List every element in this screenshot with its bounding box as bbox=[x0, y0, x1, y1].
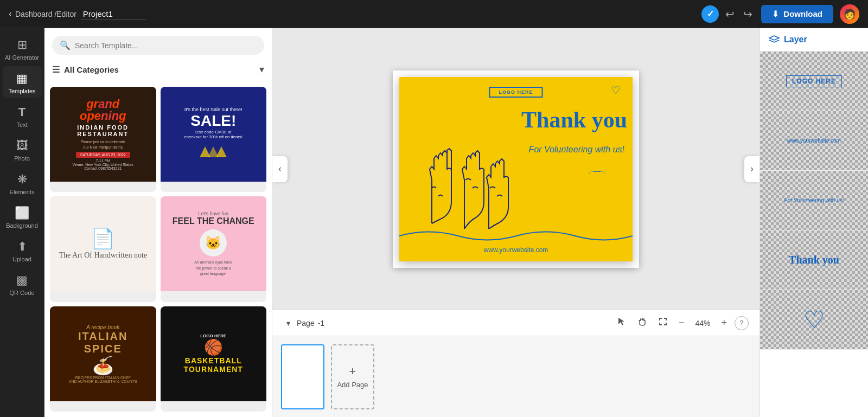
handwritten-title: The Art Of Handwritten note bbox=[59, 250, 147, 261]
grand-opening-time: 7-11 PM bbox=[96, 159, 110, 163]
feel-body: An animal's eyes havethe power to speak … bbox=[190, 260, 237, 277]
search-input-wrap: 🔍 bbox=[52, 36, 264, 55]
page-thumbnails: + Add Page bbox=[272, 336, 760, 417]
template-sale[interactable]: It's the best Sale out there! SALE! Use … bbox=[161, 87, 267, 192]
layer-icon bbox=[769, 35, 780, 44]
sidebar-item-background[interactable]: ⬜ Background bbox=[3, 201, 42, 232]
sidebar-item-templates[interactable]: ▦ Templates bbox=[3, 66, 42, 98]
pan-tool-button[interactable] bbox=[634, 313, 650, 332]
grand-opening-address: Venue: New York City, United States bbox=[72, 163, 133, 166]
design-hands-illustration bbox=[410, 126, 519, 234]
feel-title: FEEL THE CHANGE bbox=[173, 216, 254, 226]
design-heart-icon: ♡ bbox=[611, 84, 621, 97]
project-name-input[interactable] bbox=[81, 8, 146, 20]
template-handwritten[interactable]: 📄 The Art Of Handwritten note bbox=[50, 196, 156, 301]
feel-lets: Let's have fun bbox=[198, 211, 228, 216]
layer-panel: Layer LOGO HERE www.yourwebsite.com For … bbox=[760, 28, 868, 417]
collapse-right-button[interactable]: › bbox=[744, 156, 760, 182]
layer-thankyou-text: Thank you bbox=[789, 254, 839, 266]
sidebar-item-elements[interactable]: ❋ Elements bbox=[3, 167, 42, 198]
layer-website-text: www.yourwebsite.com bbox=[787, 138, 841, 144]
design-website-text[interactable]: www.yourwebsite.com bbox=[484, 246, 548, 254]
category-icon: ☰ bbox=[52, 65, 60, 75]
canvas-tools-right: − 44% + ? bbox=[614, 313, 749, 332]
sidebar-item-photo[interactable]: 🖼 Photo bbox=[3, 133, 42, 165]
design-volunteering-text[interactable]: For Volunteering with us! bbox=[529, 145, 624, 155]
user-avatar[interactable]: 🧑 bbox=[840, 4, 859, 24]
download-icon: ⬇ bbox=[772, 9, 779, 19]
page-collapse-button[interactable]: ▾ bbox=[283, 316, 293, 331]
design-separator: .-—-. bbox=[589, 166, 605, 175]
sidebar-item-label-elements: Elements bbox=[10, 189, 35, 195]
qrcode-icon: ▩ bbox=[16, 273, 28, 287]
feel-circle: 🐱 bbox=[200, 229, 227, 256]
fullscreen-button[interactable] bbox=[655, 313, 671, 332]
add-page-button[interactable]: + Add Page bbox=[331, 344, 374, 409]
layer-item-website[interactable]: www.yourwebsite.com bbox=[760, 111, 868, 171]
templates-grid: grandopening INDIAN FOODRESTAURANT Pleas… bbox=[44, 81, 272, 417]
search-area: 🔍 bbox=[44, 28, 272, 59]
search-input[interactable] bbox=[75, 41, 257, 50]
layer-item-heart[interactable]: ♡ bbox=[760, 290, 868, 350]
grand-opening-title: grandopening bbox=[80, 98, 126, 122]
design-wave bbox=[399, 228, 633, 244]
svg-rect-8 bbox=[659, 323, 660, 325]
template-feel-the-change[interactable]: Let's have fun FEEL THE CHANGE 🐱 An anim… bbox=[161, 196, 267, 301]
select-tool-button[interactable] bbox=[614, 313, 630, 332]
canvas-container: ‹ LOGO HERE ♡ bbox=[272, 28, 760, 310]
canvas-toolbar: ▾ Page -1 − 44% + ? bbox=[272, 310, 760, 336]
layer-title: Layer bbox=[784, 35, 807, 44]
topbar-center: ✓ ↩ ↪ bbox=[701, 5, 755, 23]
design-thank-you-text[interactable]: Thank you bbox=[521, 107, 627, 133]
sidebar-item-qrcode[interactable]: ▩ QR Code bbox=[3, 268, 42, 299]
back-to-dashboard-button[interactable]: ‹ Dashboard /Editor bbox=[9, 8, 76, 20]
grand-opening-body: Please join us to celebrateour New Panip… bbox=[81, 139, 125, 150]
sidebar-item-ai-generator[interactable]: ⊞ AI Generator bbox=[3, 33, 42, 64]
design-canvas[interactable]: LOGO HERE ♡ bbox=[399, 77, 633, 261]
zoom-out-button[interactable]: − bbox=[675, 314, 688, 332]
sidebar-item-upload[interactable]: ⬆ Upload bbox=[3, 234, 42, 266]
italian-sub: RECIPES FROM ITALIAN CHEFAND AUTHOR ELIZ… bbox=[69, 376, 137, 383]
save-button[interactable]: ✓ bbox=[701, 5, 719, 23]
italian-a-recipe: A recipe book bbox=[86, 324, 119, 330]
main-area: ⊞ AI Generator ▦ Templates T Text 🖼 Phot… bbox=[0, 28, 868, 417]
italian-title: ITALIANSPICE bbox=[78, 330, 127, 355]
svg-marker-2 bbox=[216, 146, 227, 157]
category-selector[interactable]: ☰ All Categories ▾ bbox=[44, 59, 272, 81]
topbar-left: ‹ Dashboard /Editor bbox=[9, 8, 695, 20]
design-logo-text: LOGO HERE bbox=[499, 89, 533, 95]
sidebar-item-label-upload: Upload bbox=[12, 256, 31, 262]
redo-button[interactable]: ↪ bbox=[741, 5, 755, 23]
layer-heart-icon: ♡ bbox=[803, 306, 825, 333]
zoom-in-button[interactable]: + bbox=[718, 314, 730, 332]
basketball-logo-here: LOGO HERE bbox=[200, 333, 226, 338]
collapse-left-button[interactable]: ‹ bbox=[272, 156, 288, 182]
grand-opening-contact: Contact 09876543221 bbox=[84, 166, 122, 170]
collapse-left-icon: ‹ bbox=[278, 163, 282, 175]
undo-button[interactable]: ↩ bbox=[723, 5, 737, 23]
layer-item-volunteering[interactable]: For Volunteering with us! bbox=[760, 171, 868, 230]
grand-opening-sub: INDIAN FOODRESTAURANT bbox=[77, 124, 129, 137]
design-logo-box[interactable]: LOGO HERE bbox=[489, 87, 542, 98]
help-button[interactable]: ? bbox=[735, 316, 749, 330]
sidebar-item-text[interactable]: T Text bbox=[3, 100, 42, 131]
page-thumbnail-1[interactable] bbox=[281, 344, 324, 409]
template-italian-spice[interactable]: A recipe book ITALIANSPICE 🍝 RECIPES FRO… bbox=[50, 306, 156, 412]
sidebar-item-label-templates: Templates bbox=[8, 88, 35, 94]
sidebar-item-label-ai: AI Generator bbox=[5, 54, 39, 61]
topbar-right: ⬇ Download 🧑 bbox=[761, 4, 859, 24]
template-basketball[interactable]: LOGO HERE 🏀 BASKETBALLTOURNAMENT bbox=[161, 306, 267, 412]
canvas-area: ‹ LOGO HERE ♡ bbox=[272, 28, 760, 417]
zoom-level: 44% bbox=[692, 319, 713, 328]
download-button[interactable]: ⬇ Download bbox=[761, 5, 833, 23]
upload-icon: ⬆ bbox=[17, 240, 27, 254]
layer-items: LOGO HERE www.yourwebsite.com For Volunt… bbox=[760, 52, 868, 417]
search-icon: 🔍 bbox=[60, 40, 71, 50]
download-label: Download bbox=[783, 9, 822, 18]
layer-item-logo[interactable]: LOGO HERE bbox=[760, 52, 868, 111]
category-left: ☰ All Categories bbox=[52, 65, 119, 75]
photo-icon: 🖼 bbox=[16, 139, 28, 153]
layer-item-thankyou[interactable]: Thank you bbox=[760, 230, 868, 290]
template-grand-opening[interactable]: grandopening INDIAN FOODRESTAURANT Pleas… bbox=[50, 87, 156, 192]
sidebar-item-label-photo: Photo bbox=[14, 155, 30, 162]
